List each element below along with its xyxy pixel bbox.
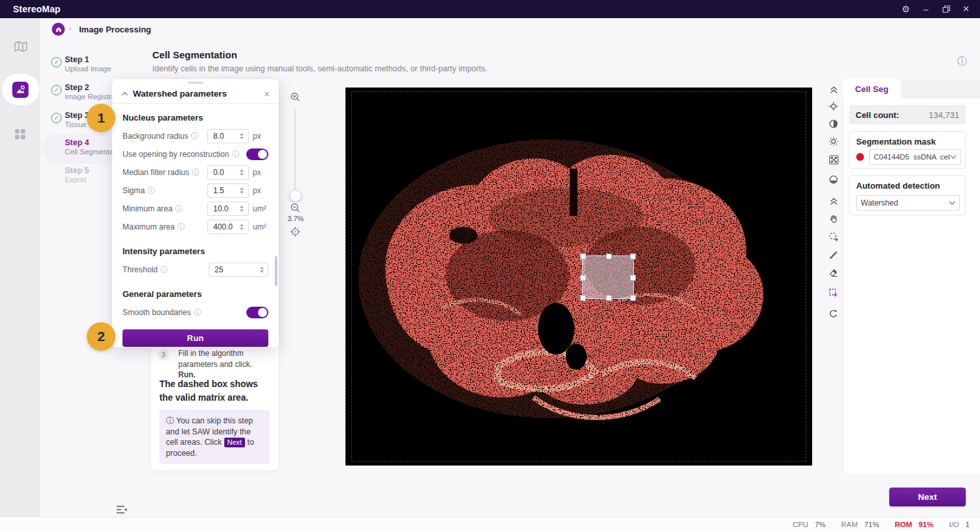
selection-handle-e[interactable]: [630, 275, 636, 281]
selection-handle-nw[interactable]: [580, 254, 586, 259]
detection-method-value: Watershed: [861, 198, 898, 207]
marquee-select-icon[interactable]: [824, 284, 843, 302]
chevron-down-icon: [949, 201, 955, 205]
io-value: 1: [966, 521, 970, 528]
rotate-reset-icon[interactable]: [824, 305, 843, 323]
next-button[interactable]: Next: [889, 488, 966, 506]
eraser-icon[interactable]: [824, 264, 843, 282]
selection-handle-sw[interactable]: [580, 295, 586, 301]
brightness-icon[interactable]: [824, 132, 843, 150]
maximum-area-input[interactable]: [207, 220, 249, 234]
automated-detection-title: Automated detection: [856, 181, 965, 191]
dialog-title: Watershed parameters: [133, 89, 227, 99]
collapse-toolbar-icon[interactable]: [824, 80, 843, 99]
selection-box[interactable]: [582, 255, 634, 299]
zoom-slider-track[interactable]: [294, 108, 296, 200]
apps-grid-icon[interactable]: [14, 128, 28, 141]
threshold-label: Threshold: [122, 265, 158, 274]
background-radius-value[interactable]: [208, 132, 237, 141]
home-icon[interactable]: [52, 23, 65, 36]
guide-matrix-note: The dashed box shows the valid matrix ar…: [159, 378, 270, 405]
map-icon[interactable]: [14, 40, 28, 53]
rom-status: ROM 91%: [894, 521, 933, 528]
info-icon[interactable]: ⓘ: [148, 185, 156, 196]
minimum-area-input[interactable]: [207, 202, 249, 216]
chevron-down-icon: [950, 155, 957, 159]
sigma-value[interactable]: [208, 186, 237, 195]
threshold-value[interactable]: [209, 265, 257, 274]
info-icon[interactable]: ⓘ: [160, 265, 168, 276]
dialog-drag-handle[interactable]: [188, 82, 204, 84]
io-label: I/O: [949, 521, 959, 528]
zoom-in-icon[interactable]: [290, 91, 301, 102]
brush-icon[interactable]: [824, 246, 843, 264]
info-icon[interactable]: ⓘ: [191, 131, 199, 142]
lasso-add-icon[interactable]: [824, 228, 843, 246]
run-button[interactable]: Run: [122, 329, 268, 347]
step2-check-icon: ✓: [51, 85, 62, 95]
minimize-icon[interactable]: –: [916, 0, 936, 18]
use-opening-toggle[interactable]: [246, 148, 268, 160]
spinner[interactable]: [237, 133, 248, 139]
pan-hand-icon[interactable]: [824, 209, 843, 228]
detection-method-select[interactable]: Watershed: [856, 195, 960, 211]
close-icon[interactable]: ×: [956, 0, 976, 18]
smooth-boundaries-label: Smooth boundaries: [122, 308, 191, 317]
spinner[interactable]: [237, 169, 248, 176]
dialog-scrollbar[interactable]: [275, 256, 277, 286]
minimum-area-unit: um²: [253, 204, 268, 213]
median-filter-value[interactable]: [208, 168, 237, 177]
collapse-steps-panel-icon[interactable]: [115, 504, 128, 515]
minimum-area-value[interactable]: [208, 204, 237, 213]
page-title: Cell Segmentation: [152, 49, 237, 60]
background-radius-input[interactable]: [207, 129, 249, 143]
median-filter-unit: px: [253, 168, 268, 177]
collapse-chevron-icon[interactable]: [121, 91, 128, 96]
spinner[interactable]: [237, 206, 248, 212]
cpu-value: 7%: [815, 521, 826, 528]
selection-handle-n[interactable]: [606, 254, 612, 259]
watershed-parameters-dialog: Watershed parameters × Nucleus parameter…: [112, 79, 279, 348]
threshold-input[interactable]: [209, 263, 268, 277]
locate-center-icon[interactable]: [290, 226, 301, 237]
info-icon[interactable]: ⓘ: [194, 307, 202, 318]
spinner[interactable]: [257, 266, 268, 273]
smooth-boundaries-toggle[interactable]: [246, 307, 268, 318]
selection-handle-ne[interactable]: [630, 254, 636, 259]
tab-cell-seg[interactable]: Cell Seg: [843, 79, 901, 99]
collapse-tools-icon[interactable]: [824, 192, 843, 210]
info-icon[interactable]: ⓘ: [175, 204, 183, 215]
opacity-droplet-icon[interactable]: [824, 171, 843, 189]
sidebar-item-step1[interactable]: Step 1 Upload Image: [65, 55, 143, 73]
median-filter-input[interactable]: [207, 165, 249, 180]
selection-handle-s[interactable]: [606, 295, 612, 301]
automated-detection-card: Automated detection Watershed: [849, 175, 966, 215]
info-icon[interactable]: ⓘ: [192, 167, 200, 178]
sigma-unit: px: [253, 186, 268, 195]
transform-adjust-icon[interactable]: [824, 97, 843, 115]
dialog-close-icon[interactable]: ×: [264, 89, 270, 99]
zoom-out-icon[interactable]: [290, 202, 301, 213]
spinner[interactable]: [237, 224, 248, 230]
selection-handle-w[interactable]: [580, 275, 586, 281]
maximum-area-value[interactable]: [208, 222, 237, 231]
sigma-input[interactable]: [207, 183, 249, 198]
background-radius-label: Background radius: [122, 132, 189, 141]
general-section-title: General parameters: [122, 284, 268, 303]
image-viewer-canvas[interactable]: [345, 88, 812, 466]
restore-window-icon[interactable]: [936, 0, 956, 18]
header-info-icon[interactable]: ⓘ: [957, 55, 967, 67]
image-processing-module-icon[interactable]: [12, 82, 29, 98]
breadcrumb[interactable]: Image Processing: [79, 25, 151, 34]
info-icon[interactable]: ⓘ: [232, 149, 240, 160]
selection-handle-se[interactable]: [630, 295, 636, 301]
zoom-slider-thumb[interactable]: [290, 190, 301, 202]
mask-color-dot[interactable]: [856, 153, 864, 161]
settings-gear-icon[interactable]: ⚙: [896, 0, 916, 18]
info-icon[interactable]: ⓘ: [178, 222, 185, 233]
maximum-area-label: Maximum area: [122, 222, 175, 231]
spinner[interactable]: [237, 187, 248, 194]
contrast-icon[interactable]: [824, 115, 843, 133]
mask-select[interactable]: C04144D5 ssDNA cell: [869, 149, 961, 165]
checkerboard-icon[interactable]: [824, 150, 843, 169]
